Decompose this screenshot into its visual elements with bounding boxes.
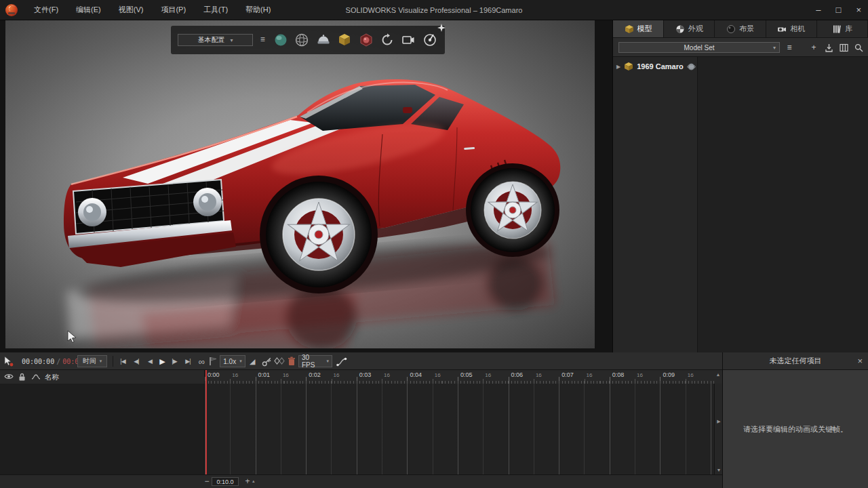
marker-flag-button[interactable] bbox=[209, 355, 217, 367]
current-time: 00:00:00 bbox=[22, 358, 54, 365]
tab-library[interactable]: 库 bbox=[817, 20, 868, 37]
name-column-header: 名称 bbox=[45, 373, 59, 382]
model-set-label: Model Set bbox=[684, 44, 714, 52]
render-sphere-icon bbox=[273, 33, 288, 47]
timeline-duration-input[interactable] bbox=[212, 477, 239, 486]
retime-curve-icon[interactable] bbox=[31, 373, 41, 381]
fps-dropdown[interactable]: 30 FPS ▾ bbox=[298, 355, 332, 367]
previous-frame-button[interactable]: ◀| bbox=[130, 355, 142, 367]
ramp-button[interactable]: ◢ bbox=[250, 355, 255, 367]
maximize-button[interactable]: □ bbox=[836, 0, 842, 20]
camaro-render bbox=[5, 20, 595, 348]
add-model-button[interactable]: + bbox=[808, 42, 819, 53]
tab-models[interactable]: 模型 bbox=[613, 20, 664, 37]
track-names-column[interactable] bbox=[0, 384, 205, 474]
camera-view-button[interactable] bbox=[400, 31, 416, 49]
close-panel-button[interactable]: × bbox=[857, 352, 863, 369]
title-bar: 文件(F) 编辑(E) 视图(V) 项目(P) 工具(T) 帮助(H) SOLI… bbox=[0, 0, 868, 20]
track-grid[interactable] bbox=[205, 384, 714, 474]
zoom-out-button[interactable]: − bbox=[202, 476, 212, 487]
menu-help[interactable]: 帮助(H) bbox=[237, 0, 279, 20]
lock-icon[interactable] bbox=[18, 373, 26, 382]
keyframe-button[interactable] bbox=[262, 355, 272, 367]
app-logo-icon bbox=[5, 3, 18, 17]
focus-target-button[interactable] bbox=[422, 31, 438, 49]
tab-label: 布景 bbox=[739, 24, 754, 34]
tree-expand-caret[interactable]: ▶ bbox=[616, 64, 620, 70]
menu-file[interactable]: 文件(F) bbox=[25, 0, 67, 20]
display-state-badge-icon[interactable] bbox=[687, 62, 696, 71]
columns-button[interactable] bbox=[838, 42, 849, 53]
tree-item-camaro[interactable]: ▶ 1969 Camaro bbox=[616, 62, 696, 71]
list-view-button[interactable]: ≡ bbox=[784, 42, 795, 53]
menu-view[interactable]: 视图(V) bbox=[110, 0, 153, 20]
range-handle-icon[interactable]: ▴ bbox=[252, 479, 255, 484]
next-frame-button[interactable]: |▶ bbox=[168, 355, 180, 367]
keyframe-panel: 未选定任何项目 × 请选择要编辑的动画或关键帧。 bbox=[722, 352, 868, 488]
search-button[interactable] bbox=[853, 42, 864, 53]
speed-label: 1.0x bbox=[223, 358, 236, 365]
play-button[interactable]: ▶ bbox=[156, 355, 168, 367]
menu-edit[interactable]: 编辑(E) bbox=[67, 0, 110, 20]
environment-button[interactable] bbox=[294, 31, 310, 49]
track-columns-header: 名称 bbox=[0, 370, 205, 384]
tab-label: 模型 bbox=[637, 24, 652, 34]
scroll-up-icon[interactable]: ▲ bbox=[714, 372, 722, 377]
tab-label: 相机 bbox=[790, 24, 805, 34]
turntable-button[interactable] bbox=[315, 31, 332, 49]
loop-button[interactable]: ∞ bbox=[195, 355, 208, 367]
camera-icon bbox=[777, 24, 787, 34]
environment-globe-icon bbox=[294, 33, 309, 47]
timeline-panel: 00:00:00 / 00:00:00 时间 ▾ |◀ ◀| ◀ ▶ |▶ ▶|… bbox=[0, 352, 722, 488]
timeline-ruler[interactable]: 0:00160:01160:02160:03160:04160:05160:06… bbox=[205, 370, 714, 384]
preview-render-button[interactable] bbox=[273, 31, 289, 49]
tab-scenes[interactable]: 布景 bbox=[715, 20, 766, 37]
right-panel: 模型 外观 布景 相机 bbox=[612, 20, 868, 352]
chevron-down-icon: ▾ bbox=[230, 37, 233, 43]
keyframe-panel-header: 未选定任何项目 × bbox=[723, 352, 868, 370]
ghost-keys-button[interactable] bbox=[274, 355, 285, 367]
go-to-end-button[interactable]: ▶| bbox=[182, 355, 194, 367]
keyframe-panel-title: 未选定任何项目 bbox=[770, 356, 822, 366]
menu-project[interactable]: 项目(P) bbox=[152, 0, 195, 20]
app-window: 文件(F) 编辑(E) 视图(V) 项目(P) 工具(T) 帮助(H) SOLI… bbox=[0, 0, 868, 488]
model-button[interactable] bbox=[336, 31, 353, 49]
tab-appearances[interactable]: 外观 bbox=[664, 20, 715, 37]
camera-icon bbox=[401, 33, 416, 47]
go-to-start-button[interactable]: |◀ bbox=[117, 355, 129, 367]
minimize-button[interactable]: – bbox=[816, 0, 821, 20]
keyframe-panel-body: 请选择要编辑的动画或关键帧。 bbox=[723, 370, 868, 488]
tab-cameras[interactable]: 相机 bbox=[766, 20, 817, 37]
visibility-eye-icon[interactable] bbox=[4, 373, 14, 380]
spin-arrow-icon bbox=[380, 33, 395, 47]
spin-button[interactable] bbox=[379, 31, 395, 49]
vertical-scrollbar[interactable]: ▶ ▼ bbox=[714, 384, 722, 474]
tree-column bbox=[613, 57, 698, 352]
ghost-keyframes-icon bbox=[274, 357, 285, 365]
menu-tools[interactable]: 工具(T) bbox=[195, 0, 237, 20]
render-view[interactable]: 基本配置 ▾ ≡ bbox=[5, 20, 595, 348]
columns-icon bbox=[840, 43, 848, 52]
select-tool-button[interactable] bbox=[4, 355, 14, 367]
model-set-dropdown[interactable]: Model Set ▾ bbox=[618, 42, 780, 53]
preset-label: 基本配置 bbox=[197, 35, 224, 45]
import-button[interactable] bbox=[823, 42, 834, 53]
pin-star-icon[interactable] bbox=[437, 24, 446, 32]
animation-curve-button[interactable] bbox=[336, 355, 347, 367]
right-panel-tabs: 模型 外观 布景 相机 bbox=[613, 20, 868, 38]
preset-list-button[interactable]: ≡ bbox=[258, 35, 268, 45]
curve-nodes-icon bbox=[336, 357, 347, 367]
model-tree[interactable]: ▶ 1969 Camaro bbox=[613, 57, 868, 352]
appearance-button[interactable] bbox=[357, 31, 374, 49]
scene-sphere-icon bbox=[726, 24, 736, 34]
close-button[interactable]: × bbox=[856, 0, 861, 20]
zoom-in-button[interactable]: + bbox=[243, 476, 252, 487]
time-mode-dropdown[interactable]: 时间 ▾ bbox=[77, 355, 107, 367]
playhead[interactable] bbox=[205, 370, 207, 474]
play-backward-button[interactable]: ◀ bbox=[144, 355, 156, 367]
chevron-down-icon: ▾ bbox=[326, 359, 329, 364]
preset-dropdown[interactable]: 基本配置 ▾ bbox=[178, 34, 253, 46]
delete-keys-button[interactable] bbox=[288, 355, 296, 367]
speed-dropdown[interactable]: 1.0x ▾ bbox=[220, 355, 245, 367]
model-set-toolbar: Model Set ▾ ≡ + bbox=[613, 38, 868, 57]
